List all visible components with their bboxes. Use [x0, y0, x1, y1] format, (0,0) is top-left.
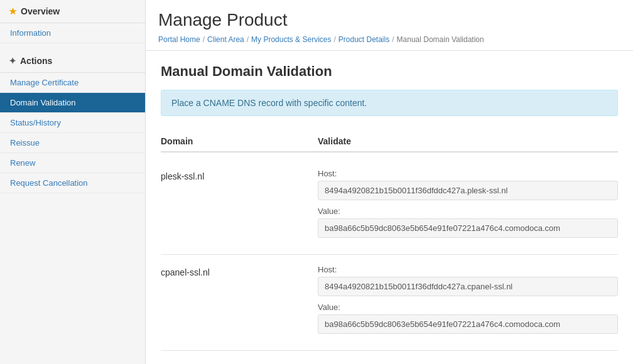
- host-label: Host:: [318, 265, 618, 274]
- table-header-row: Domain Validate: [161, 131, 618, 153]
- sidebar-actions-header: ✦ Actions: [0, 50, 145, 73]
- breadcrumb-link[interactable]: My Products & Services: [251, 35, 331, 44]
- sidebar-item-request-cancellation[interactable]: Request Cancellation: [0, 173, 145, 193]
- host-label: Host:: [318, 169, 618, 178]
- wrench-icon: ✦: [9, 56, 16, 66]
- value-label: Value:: [318, 206, 618, 216]
- sidebar-divider: [0, 43, 145, 50]
- main-header: Manage Product Portal Home / Client Area…: [146, 0, 633, 51]
- star-icon: ★: [9, 6, 17, 16]
- breadcrumb-separator: /: [333, 35, 335, 44]
- sidebar: ★ Overview Information ✦ Actions Manage …: [0, 0, 146, 364]
- breadcrumb-link[interactable]: Client Area: [207, 35, 244, 44]
- value-label: Value:: [318, 302, 618, 312]
- table-row: plesk-ssl.nlHost:8494a4920821b15b0011f36…: [161, 159, 618, 255]
- sidebar-actions-label: Actions: [20, 56, 52, 66]
- validate-cell: Host:8494a4920821b15b0011f36dfddc427a.pl…: [318, 169, 618, 244]
- breadcrumb-link[interactable]: Product Details: [338, 35, 389, 44]
- sidebar-item-reissue[interactable]: Reissue: [0, 133, 145, 153]
- breadcrumb-separator: /: [392, 35, 394, 44]
- sidebar-item-information[interactable]: Information: [0, 23, 145, 43]
- table-row: cpanel-ssl.nlHost:8494a4920821b15b0011f3…: [161, 255, 618, 351]
- sidebar-nav-list: Manage CertificateDomain ValidationStatu…: [0, 73, 145, 193]
- domain-cell: cpanel-ssl.nl: [161, 265, 318, 277]
- validate-col-header: Validate: [318, 136, 618, 146]
- sidebar-item-renew[interactable]: Renew: [0, 153, 145, 173]
- host-value: 8494a4920821b15b0011f36dfddc427a.plesk-s…: [318, 181, 618, 200]
- domain-cell: plesk-ssl.nl: [161, 169, 318, 181]
- sidebar-overview-label: Overview: [21, 6, 60, 16]
- table-body: plesk-ssl.nlHost:8494a4920821b15b0011f36…: [161, 159, 618, 351]
- value-value: ba98a66c5b59dc8063e5b654e91fe07221a476c4…: [318, 218, 618, 238]
- page-heading: Manual Domain Validation: [161, 63, 618, 80]
- content-area: Manual Domain Validation Place a CNAME D…: [146, 51, 633, 364]
- breadcrumb-separator: /: [247, 35, 249, 44]
- sidebar-item-domain-validation[interactable]: Domain Validation: [0, 93, 145, 113]
- sidebar-item-manage-certificate[interactable]: Manage Certificate: [0, 73, 145, 93]
- host-value: 8494a4920821b15b0011f36dfddc427a.cpanel-…: [318, 277, 618, 296]
- domain-col-header: Domain: [161, 136, 318, 146]
- breadcrumb-separator: /: [203, 35, 205, 44]
- breadcrumb-link[interactable]: Portal Home: [158, 35, 200, 44]
- validation-table: Domain Validate plesk-ssl.nlHost:8494a49…: [161, 131, 618, 351]
- page-title: Manage Product: [158, 10, 620, 30]
- breadcrumb-current: Manual Domain Validation: [397, 35, 484, 44]
- sidebar-item-status-history[interactable]: Status/History: [0, 113, 145, 133]
- breadcrumb: Portal Home / Client Area / My Products …: [158, 35, 620, 44]
- info-box: Place a CNAME DNS record with specific c…: [161, 90, 618, 116]
- sidebar-overview-header: ★ Overview: [0, 0, 145, 23]
- value-value: ba98a66c5b59dc8063e5b654e91fe07221a476c4…: [318, 314, 618, 334]
- main-content: Manage Product Portal Home / Client Area…: [146, 0, 633, 364]
- validate-cell: Host:8494a4920821b15b0011f36dfddc427a.cp…: [318, 265, 618, 340]
